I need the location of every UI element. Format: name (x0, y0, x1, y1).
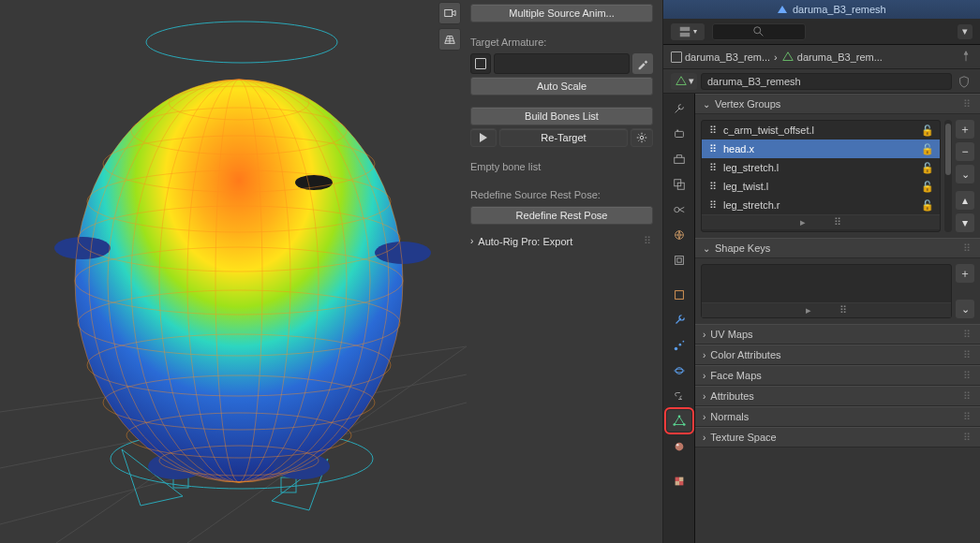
specials-menu-button[interactable]: ⌄ (956, 300, 974, 318)
add-button[interactable]: ＋ (956, 264, 974, 283)
panel-title: Auto-Rig Pro: Export (478, 236, 572, 247)
move-down-button[interactable]: ▾ (956, 213, 974, 232)
mesh-data-icon (675, 75, 688, 88)
tab-modifiers[interactable] (667, 309, 691, 330)
retarget-button[interactable]: Re-Target (499, 128, 628, 147)
svg-rect-48 (675, 290, 683, 299)
tab-viewlayer[interactable] (667, 173, 691, 195)
datablock-name-row: ▾ daruma_B3_remesh (663, 69, 980, 94)
tab-texture[interactable] (667, 470, 691, 492)
chevron-right-icon: › (703, 371, 705, 381)
add-button[interactable]: ＋ (956, 120, 974, 139)
vertex-groups-side-buttons: ＋ − ⌄ ▴ ▾ (956, 120, 974, 232)
mesh-browse-button[interactable]: ▾ (671, 73, 697, 90)
editor-type-selector[interactable]: ▾ (671, 23, 705, 40)
list-scrollbar[interactable] (944, 120, 952, 232)
attributes-header[interactable]: ›Attributes⠿ (695, 386, 980, 406)
retarget-settings-button[interactable] (631, 128, 653, 147)
tab-mesh-data[interactable] (667, 410, 691, 432)
play-retarget-button[interactable] (470, 128, 497, 147)
drag-handle-icon[interactable]: ⠿ (963, 349, 973, 361)
drag-handle-icon[interactable]: ⠿ (963, 411, 973, 423)
drag-handle-icon[interactable]: ⠿ (963, 242, 973, 255)
multi-source-anim-button[interactable]: Multiple Source Anim... (470, 4, 653, 22)
shape-keys-header[interactable]: ⌄ Shape Keys ⠿ (695, 238, 980, 258)
svg-rect-62 (679, 481, 683, 485)
outliner-row[interactable]: daruma_B3_remesh (663, 0, 980, 19)
mesh-name-value: daruma_B3_remesh (707, 76, 801, 87)
face-maps-header[interactable]: ›Face Maps⠿ (695, 365, 980, 386)
vertex-group-item[interactable]: ⠿leg_stretch.r🔓 (702, 196, 940, 214)
properties-region: daruma_B3_remesh ▾ ▾ daruma_B3_rem... › … (663, 0, 980, 543)
perspective-grid-icon[interactable] (438, 28, 461, 51)
lock-icon[interactable]: 🔓 (921, 125, 934, 137)
viewport-3d[interactable] (0, 0, 467, 543)
drag-handle-icon[interactable]: ⠿ (963, 329, 973, 341)
drag-handle-icon[interactable]: ⠿ (963, 370, 973, 382)
drag-handle-icon[interactable]: ⠿ (963, 432, 973, 444)
group-icon: ⠿ (707, 125, 719, 137)
target-armature-input[interactable] (494, 53, 630, 74)
tab-world[interactable] (667, 224, 691, 245)
play-icon[interactable]: ▸ (806, 304, 811, 316)
property-tabs (663, 94, 695, 543)
tab-tool[interactable] (667, 97, 691, 119)
svg-rect-35 (680, 26, 690, 30)
redefine-rest-pose-button[interactable]: Redefine Rest Pose (470, 206, 653, 225)
list-footer: ▸⠿ (702, 214, 940, 229)
outliner-search[interactable] (712, 23, 806, 40)
lock-icon[interactable]: 🔓 (921, 162, 934, 174)
play-icon[interactable]: ▸ (800, 216, 806, 228)
breadcrumb-mesh[interactable]: daruma_B3_rem... (781, 51, 883, 64)
svg-rect-61 (675, 481, 678, 485)
vertex-group-item[interactable]: ⠿c_arm_twist_offset.l🔓 (702, 121, 940, 139)
lock-icon[interactable]: 🔓 (921, 143, 934, 155)
shape-keys-list[interactable]: ▸⠿ (701, 264, 952, 318)
mesh-icon (778, 6, 787, 13)
svg-point-44 (674, 207, 678, 212)
vertex-group-item[interactable]: ⠿head.x🔓 (702, 139, 940, 158)
remove-button[interactable]: − (956, 142, 974, 161)
normals-header[interactable]: ›Normals⠿ (695, 406, 980, 427)
pin-icon[interactable] (959, 50, 973, 65)
lock-icon[interactable]: 🔓 (921, 199, 934, 212)
panel-title: Shape Keys (715, 242, 770, 254)
tab-collection[interactable] (667, 249, 691, 271)
tab-material[interactable] (667, 435, 691, 457)
drag-handle-icon[interactable]: ⠿ (834, 216, 841, 228)
export-panel-header[interactable]: › Auto-Rig Pro: Export ⠿ (470, 235, 653, 247)
tab-physics[interactable] (667, 360, 691, 381)
list-footer: ▸⠿ (702, 302, 951, 317)
vertex-groups-header[interactable]: ⌄ Vertex Groups ⠿ (695, 94, 980, 114)
specials-menu-button[interactable]: ⌄ (956, 165, 974, 183)
tab-render[interactable] (667, 123, 691, 144)
vertex-group-item[interactable]: ⠿leg_twist.l🔓 (702, 177, 940, 196)
drag-handle-icon[interactable]: ⠿ (963, 390, 973, 403)
breadcrumb-object[interactable]: daruma_B3_rem... (671, 51, 770, 63)
tab-particles[interactable] (667, 334, 691, 356)
vertex-groups-list[interactable]: ⠿c_arm_twist_offset.l🔓 ⠿head.x🔓 ⠿leg_str… (701, 120, 941, 232)
tab-object[interactable] (667, 284, 691, 305)
lock-icon[interactable]: 🔓 (921, 181, 934, 193)
tab-scene[interactable] (667, 198, 691, 220)
svg-point-57 (675, 442, 683, 450)
outliner-object-name[interactable]: daruma_B3_remesh (793, 4, 886, 15)
drag-handle-icon[interactable]: ⠿ (839, 304, 847, 316)
eyedropper-icon[interactable] (632, 53, 653, 74)
uv-maps-header[interactable]: ›UV Maps⠿ (695, 324, 980, 345)
color-attributes-header[interactable]: ›Color Attributes⠿ (695, 345, 980, 365)
tab-constraints[interactable] (667, 385, 691, 406)
vertex-group-item[interactable]: ⠿leg_stretch.l🔓 (702, 158, 940, 177)
play-icon (480, 133, 487, 142)
move-up-button[interactable]: ▴ (956, 191, 974, 210)
drag-handle-icon[interactable]: ⠿ (644, 235, 653, 247)
fake-user-icon[interactable] (956, 73, 973, 90)
texture-space-header[interactable]: ›Texture Space⠿ (695, 427, 980, 448)
drag-handle-icon[interactable]: ⠿ (963, 98, 973, 110)
camera-to-view-icon[interactable] (438, 2, 461, 24)
filter-options-button[interactable]: ▾ (958, 24, 973, 39)
tab-output[interactable] (667, 148, 691, 169)
auto-scale-button[interactable]: Auto Scale (470, 77, 653, 95)
mesh-name-input[interactable]: daruma_B3_remesh (701, 73, 952, 90)
build-bones-button[interactable]: Build Bones List (470, 107, 653, 125)
